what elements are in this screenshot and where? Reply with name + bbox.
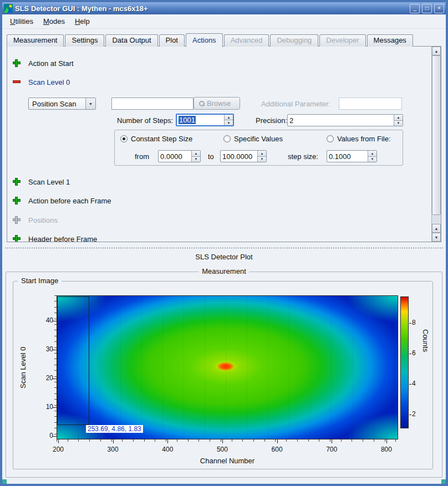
precision-spin-down-button[interactable]: ▼ <box>394 120 403 126</box>
chevron-down-icon: ▼ <box>85 98 95 109</box>
expand-plus-icon[interactable] <box>13 235 21 242</box>
specific-values-label: Specific Values <box>234 135 283 143</box>
y-tick-label: 20 <box>35 374 53 382</box>
splitter-dots <box>4 247 444 249</box>
x-tick <box>332 439 332 443</box>
selection-rectangle <box>57 296 89 425</box>
additional-parameter-input <box>339 98 402 110</box>
precision-label: Precision: <box>256 116 287 125</box>
x-tick-label: 600 <box>266 446 288 453</box>
collapse-minus-icon[interactable] <box>13 78 21 86</box>
tab-measurement[interactable]: Measurement <box>7 34 64 47</box>
number-of-steps-spinbox: 1001 ▲▼ <box>176 114 234 126</box>
y-axis-label: Scan Level 0 <box>19 326 27 409</box>
specific-values-radio[interactable] <box>223 135 231 142</box>
to-label: to <box>208 152 214 161</box>
browse-label: Browse <box>207 99 231 108</box>
tab-plot[interactable]: Plot <box>159 34 185 47</box>
header-before-frame-label: Header before Frame <box>28 235 97 243</box>
x-tick-label: 700 <box>320 446 343 453</box>
maximize-button[interactable]: □ <box>422 4 432 13</box>
scan-level-0-label: Scan Level 0 <box>28 78 70 86</box>
x-tick <box>386 439 387 443</box>
menubar: Utilities Modes Help <box>2 14 446 29</box>
y-tick-label: 30 <box>35 345 53 354</box>
x-tick <box>222 439 223 443</box>
scan-level-1-label: Scan Level 1 <box>28 178 70 186</box>
y-tick-label: 0 <box>35 432 53 440</box>
scan-level-1-row[interactable]: Scan Level 1 <box>13 177 70 186</box>
number-of-steps-value[interactable]: 1001 <box>177 115 224 125</box>
step-spin-up-button[interactable]: ▲ <box>368 151 376 156</box>
minimize-button[interactable]: _ <box>410 4 420 13</box>
scroll-down-button[interactable]: ▼ <box>432 233 441 242</box>
from-spin-up-button[interactable]: ▲ <box>192 151 200 156</box>
action-at-start-row[interactable]: Action at Start <box>13 59 74 68</box>
scan-mode-select[interactable]: Position Scan ▼ <box>28 98 96 110</box>
menu-modes[interactable]: Modes <box>39 16 69 27</box>
magnifier-icon <box>199 101 204 106</box>
steps-spin-up-button[interactable]: ▲ <box>225 115 233 120</box>
to-value[interactable]: 100.0000 <box>221 151 257 162</box>
resize-grip-right[interactable] <box>441 479 446 484</box>
x-tick-label: 400 <box>156 446 179 453</box>
step-size-value[interactable]: 0.1000 <box>327 151 368 162</box>
precision-value[interactable]: 2 <box>288 115 394 126</box>
x-axis-label: Channel Number <box>57 457 398 465</box>
action-at-start-label: Action at Start <box>28 59 74 68</box>
constant-step-radio[interactable] <box>120 135 128 142</box>
scan-value-input[interactable] <box>111 98 194 110</box>
to-spin-down-button[interactable]: ▼ <box>258 156 266 162</box>
scan-level-0-row[interactable]: Scan Level 0 <box>13 78 70 86</box>
splitter-handle[interactable]: SLS Detector Plot <box>2 242 446 267</box>
resize-grip-left[interactable] <box>2 479 7 484</box>
close-button[interactable]: × <box>434 4 444 13</box>
positions-row: Positions <box>13 216 58 224</box>
scrollbar[interactable]: ▲ ▲ ▼ <box>431 47 441 242</box>
colorbar-tick <box>409 415 411 415</box>
from-value[interactable]: 0.0000 <box>159 151 191 162</box>
menu-help[interactable]: Help <box>70 16 94 27</box>
expand-plus-icon[interactable] <box>13 178 21 186</box>
action-before-frame-label: Action before each Frame <box>28 197 111 205</box>
x-tick-label: 800 <box>375 446 398 453</box>
expand-plus-icon[interactable] <box>13 197 21 204</box>
y-tick-label: 10 <box>35 403 53 411</box>
from-spin-down-button[interactable]: ▼ <box>192 156 200 162</box>
measurement-groupbox: Measurement Start Image Scan Level 0 40 … <box>6 272 442 478</box>
positions-label: Positions <box>28 216 58 224</box>
menu-utilities[interactable]: Utilities <box>6 16 38 27</box>
action-before-frame-row[interactable]: Action before each Frame <box>13 196 111 205</box>
to-spinbox: 100.0000 ▲▼ <box>220 150 267 162</box>
number-of-steps-label: Number of Steps: <box>117 116 173 125</box>
browse-button: Browse <box>194 97 240 110</box>
tab-debugging: Debugging <box>270 34 318 47</box>
tab-actions[interactable]: Actions <box>186 33 223 47</box>
scroll-up-button-bottom[interactable]: ▲ <box>432 224 441 233</box>
tab-data-output[interactable]: Data Output <box>105 34 157 47</box>
steps-spin-down-button[interactable]: ▼ <box>225 120 233 125</box>
x-minor-ticks <box>57 439 398 442</box>
scan-mode-value: Position Scan <box>29 100 85 108</box>
x-tick <box>277 439 278 443</box>
start-image-title: Start Image <box>18 277 62 285</box>
scrollbar-thumb[interactable] <box>432 55 441 215</box>
constant-step-label: Constant Step Size <box>131 135 192 143</box>
step-size-spinbox: 0.1000 ▲▼ <box>327 150 377 162</box>
colorbar-tick-label: 8 <box>412 319 422 326</box>
tab-messages[interactable]: Messages <box>367 34 413 47</box>
to-spin-up-button[interactable]: ▲ <box>258 151 266 156</box>
step-size-label: step size: <box>288 152 318 161</box>
step-spin-down-button[interactable]: ▼ <box>368 156 376 162</box>
window-title: SLS Detector GUI : Mythen - mcs6x18+ <box>15 4 408 13</box>
precision-spin-up-button[interactable]: ▲ <box>394 115 403 120</box>
values-from-file-radio[interactable] <box>327 135 334 142</box>
colorbar-tick <box>409 323 411 324</box>
expand-plus-icon[interactable] <box>13 59 21 67</box>
header-before-frame-row[interactable]: Header before Frame <box>13 234 97 242</box>
heatmap-plot[interactable]: 253.69, 4.86, 1.83 <box>57 295 398 439</box>
tab-settings[interactable]: Settings <box>65 34 104 47</box>
x-tick <box>167 439 168 443</box>
scroll-up-button[interactable]: ▲ <box>432 47 441 55</box>
precision-spinbox: 2 ▲▼ <box>287 114 403 126</box>
